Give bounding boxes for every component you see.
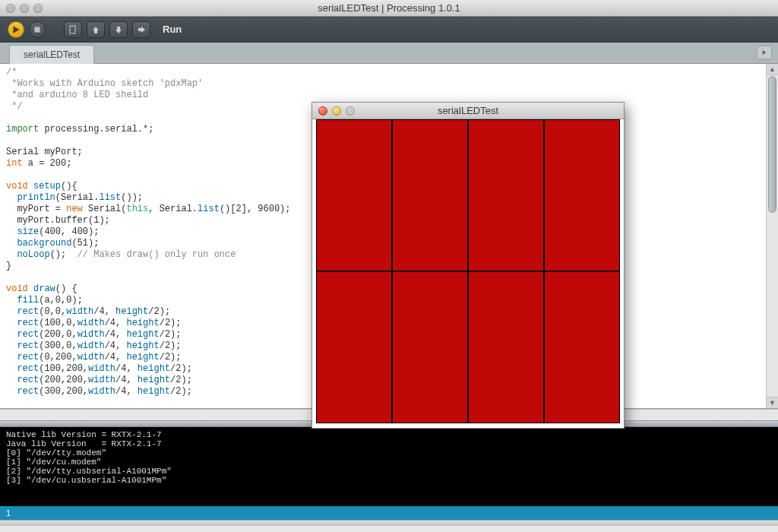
status-line-number: 1 bbox=[6, 508, 11, 518]
grid-cell[interactable] bbox=[468, 271, 544, 423]
applet-canvas[interactable] bbox=[316, 119, 620, 423]
zoom-icon[interactable] bbox=[346, 106, 355, 116]
applet-titlebar[interactable]: serialLEDTest bbox=[312, 103, 624, 119]
new-button[interactable] bbox=[64, 21, 82, 38]
toolbar: Run bbox=[0, 17, 778, 43]
footer-tray bbox=[0, 520, 778, 526]
svg-marker-0 bbox=[13, 26, 19, 33]
mode-label: Run bbox=[163, 24, 182, 35]
zoom-icon[interactable] bbox=[33, 4, 43, 13]
svg-marker-3 bbox=[763, 50, 767, 55]
scrollbar-thumb[interactable] bbox=[768, 76, 776, 213]
main-titlebar: serialLEDTest | Processing 1.0.1 bbox=[0, 0, 778, 17]
svg-rect-1 bbox=[34, 27, 40, 32]
stop-button[interactable] bbox=[29, 21, 46, 38]
new-file-icon bbox=[68, 25, 77, 34]
traffic-lights bbox=[6, 4, 43, 13]
applet-window[interactable]: serialLEDTest bbox=[312, 102, 625, 429]
arrow-right-icon bbox=[137, 25, 146, 34]
arrow-down-icon bbox=[114, 25, 123, 34]
grid-cell[interactable] bbox=[392, 271, 468, 423]
svg-rect-2 bbox=[70, 26, 75, 33]
close-icon[interactable] bbox=[318, 106, 327, 116]
tab-overflow-button[interactable] bbox=[757, 46, 772, 59]
tab-serialledtest[interactable]: serialLEDTest bbox=[9, 45, 94, 64]
tab-bar: serialLEDTest bbox=[0, 43, 778, 64]
grid-cell[interactable] bbox=[316, 271, 392, 423]
console-output[interactable]: Native lib Version = RXTX-2.1-7 Java lib… bbox=[0, 427, 778, 506]
arrow-up-icon bbox=[91, 25, 100, 34]
applet-title: serialLEDTest bbox=[318, 105, 618, 116]
save-button[interactable] bbox=[109, 21, 128, 38]
grid-cell[interactable] bbox=[544, 119, 620, 271]
applet-traffic-lights bbox=[318, 106, 355, 116]
scroll-up-icon[interactable]: ▲ bbox=[767, 64, 778, 75]
grid-cell[interactable] bbox=[392, 119, 468, 271]
minimize-icon[interactable] bbox=[20, 4, 29, 13]
play-icon bbox=[11, 25, 21, 34]
window-title: serialLEDTest | Processing 1.0.1 bbox=[6, 2, 772, 14]
chevron-right-icon bbox=[761, 49, 767, 55]
grid-cell[interactable] bbox=[544, 271, 620, 423]
grid-cell[interactable] bbox=[316, 119, 392, 271]
grid-cell[interactable] bbox=[468, 119, 544, 271]
run-button[interactable] bbox=[8, 21, 24, 38]
scroll-down-icon[interactable]: ▼ bbox=[767, 397, 778, 408]
export-button[interactable] bbox=[132, 21, 150, 38]
status-bar: 1 bbox=[0, 506, 778, 520]
open-button[interactable] bbox=[87, 21, 105, 38]
stop-icon bbox=[33, 25, 42, 34]
vertical-scrollbar[interactable]: ▲ ▼ bbox=[766, 64, 778, 408]
close-icon[interactable] bbox=[6, 4, 15, 13]
minimize-icon[interactable] bbox=[332, 106, 341, 116]
